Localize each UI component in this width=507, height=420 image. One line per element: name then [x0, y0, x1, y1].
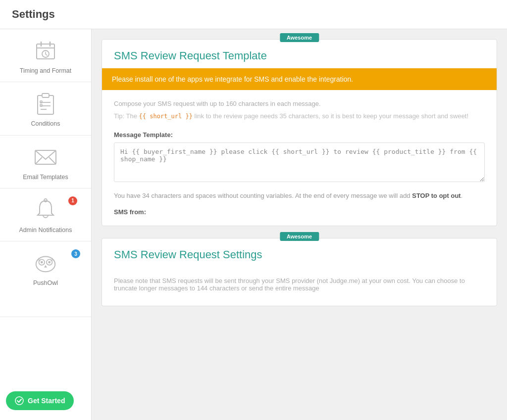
get-started-label: Get Started — [28, 397, 65, 405]
svg-rect-13 — [40, 104, 42, 106]
sms-settings-description: Please note that SMS requests will be se… — [114, 277, 485, 292]
sidebar-item-admin-notifications[interactable]: 1 Admin Notifications — [0, 188, 91, 241]
sidebar-item-pushowl[interactable]: 3 PushOwl — [0, 241, 91, 317]
main-content: Awesome SMS Review Request Template Plea… — [92, 29, 507, 420]
char-count-text: You have 34 characters and spaces withou… — [114, 191, 485, 201]
tip-shorturl: Tip: The {{ short_url }} link to the rev… — [114, 111, 485, 121]
sidebar-item-label-pushowl: PushOwl — [33, 279, 58, 287]
sms-settings-card: Awesome SMS Review Request Settings Plea… — [101, 238, 497, 306]
svg-line-16 — [49, 157, 56, 164]
bell-icon — [33, 197, 58, 223]
message-template-textarea[interactable]: Hi {{ buyer_first_name }} please click {… — [114, 142, 485, 182]
card-header-2: SMS Review Request Settings — [102, 238, 497, 267]
clipboard-icon — [33, 91, 58, 117]
sidebar-item-label-conditions: Conditions — [31, 120, 60, 128]
tip-compose: Compose your SMS request with up to 160 … — [114, 100, 485, 107]
sidebar-item-label-email-templates: Email Templates — [23, 173, 68, 181]
sidebar-item-label-timing: Timing and Format — [20, 67, 71, 75]
layout: Timing and Format Conditions — [0, 29, 507, 420]
svg-point-26 — [15, 397, 23, 405]
card-header-1: SMS Review Request Template — [102, 40, 497, 68]
svg-point-20 — [41, 261, 43, 264]
awesome-badge-2: Awesome — [280, 232, 319, 241]
page-title: Settings — [12, 8, 495, 21]
svg-point-22 — [48, 261, 51, 264]
get-started-button[interactable]: Get Started — [6, 391, 74, 410]
sms-alert-banner: Please install one of the apps we integr… — [102, 68, 497, 90]
sidebar-item-conditions[interactable]: Conditions — [0, 82, 91, 135]
svg-rect-0 — [37, 44, 54, 59]
awesome-badge-1: Awesome — [280, 33, 319, 42]
pushowl-badge: 3 — [71, 249, 80, 258]
sms-template-card: Awesome SMS Review Request Template Plea… — [101, 39, 497, 226]
pushowl-icon — [33, 250, 58, 276]
sidebar: Timing and Format Conditions — [0, 29, 92, 420]
svg-rect-12 — [40, 101, 42, 103]
envelope-icon — [33, 144, 58, 170]
card-body-2: Please note that SMS requests will be se… — [102, 267, 497, 306]
page-header: Settings — [0, 0, 507, 29]
checkmark-icon — [15, 396, 24, 405]
card-title-2: SMS Review Request Settings — [114, 248, 485, 261]
sidebar-item-label-admin-notifications: Admin Notifications — [19, 226, 72, 234]
sidebar-item-timing-and-format[interactable]: Timing and Format — [0, 29, 91, 82]
card-title-1: SMS Review Request Template — [114, 49, 485, 62]
svg-line-6 — [46, 54, 47, 55]
sms-from-label: SMS from: — [114, 208, 485, 216]
svg-rect-8 — [42, 93, 49, 97]
svg-marker-23 — [44, 265, 47, 268]
message-template-label: Message Template: — [114, 131, 485, 139]
code-var-shorturl: {{ short_url }} — [139, 113, 193, 120]
card-body-1: Compose your SMS request with up to 160 … — [102, 90, 497, 226]
admin-notifications-badge: 1 — [68, 196, 77, 205]
svg-line-15 — [35, 157, 42, 164]
stop-bold: STOP to opt out — [412, 192, 460, 199]
sidebar-item-email-templates[interactable]: Email Templates — [0, 136, 91, 188]
clock-icon — [33, 38, 58, 64]
